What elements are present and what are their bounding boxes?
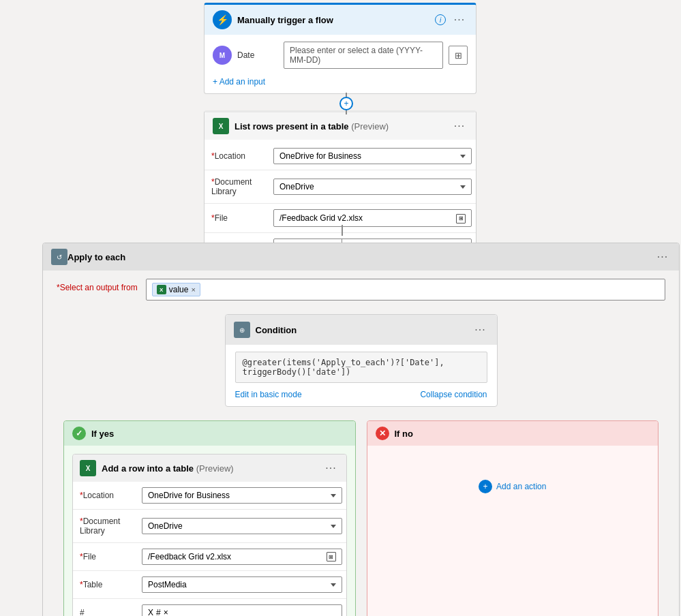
condition-title: Condition (256, 325, 467, 335)
add-row-table-row: *Table PostMedia (73, 571, 346, 599)
file-value[interactable]: /Feedback Grid v2.xlsx ⊞ (269, 206, 476, 230)
hash-tag-close[interactable]: × (164, 608, 168, 616)
condition-expression: @greater(items('Apply_to_each')?['Date']… (235, 352, 487, 383)
file-label: *File (205, 209, 269, 227)
add-row-doc-library-chevron (331, 525, 336, 528)
add-row-file-row: *File /Feedback Grid v2.xlsx ⊞ (73, 543, 346, 571)
excel-icon-add-row: X (80, 460, 96, 476)
apply-each-body: *Select an output from X value × ⊕ Condi… (43, 271, 679, 616)
if-yes-branch: ✓ If yes X Add a row into a table (Previ… (63, 420, 356, 616)
condition-menu[interactable]: ··· (472, 322, 489, 338)
select-output-row: *Select an output from X value × (57, 279, 665, 301)
add-action-icon: + (479, 480, 492, 493)
value-tag-close[interactable]: × (191, 286, 195, 294)
if-yes-body: X Add a row into a table (Preview) ··· (64, 446, 355, 616)
trigger-input-row: M Date Please enter or select a date (YY… (205, 37, 476, 73)
add-row-location-chevron (331, 494, 336, 497)
tag-input[interactable]: X value × (146, 279, 665, 301)
condition-card: ⊕ Condition ··· @greater(items('Apply_to… (225, 314, 498, 407)
info-icon[interactable]: i (435, 14, 446, 25)
file-icon: ⊞ (456, 214, 466, 224)
value-tag-icon: X (157, 285, 166, 294)
condition-icon: ⊕ (234, 322, 250, 338)
excel-icon-list: X (213, 118, 229, 134)
branches-row: ✓ If yes X Add a row into a table (Previ… (63, 420, 659, 616)
add-row-table-chevron (331, 583, 336, 587)
doc-library-chevron (460, 185, 466, 189)
value-tag: X value × (152, 283, 200, 296)
list-rows-menu[interactable]: ··· (451, 118, 468, 134)
doc-library-value[interactable]: OneDrive (269, 176, 476, 198)
add-row-location-label: *Location (73, 487, 138, 504)
if-yes-header: ✓ If yes (64, 421, 355, 446)
trigger-card-header: ⚡ Manually trigger a flow i ··· (205, 5, 476, 35)
trigger-card: ⚡ Manually trigger a flow i ··· M Date P… (204, 3, 476, 94)
trigger-card-menu[interactable]: ··· (451, 12, 468, 28)
add-row-header: X Add a row into a table (Preview) ··· (73, 455, 346, 482)
if-no-body: + Add an action (367, 446, 659, 507)
hash-input[interactable]: X # × (142, 604, 342, 616)
apply-each-icon: ↺ (51, 249, 67, 265)
file-browse-icon: ⊞ (456, 213, 466, 224)
doc-library-label: *Document Library (205, 173, 269, 200)
trigger-card-title: Manually trigger a flow (237, 15, 429, 25)
trigger-file-btn[interactable]: ⊞ (449, 46, 468, 65)
date-field-value[interactable]: Please enter or select a date (YYYY-MM-D… (284, 42, 443, 69)
location-value[interactable]: OneDrive for Business (269, 145, 476, 167)
add-row-doc-library-select[interactable]: OneDrive (142, 518, 342, 534)
date-type-icon: M (213, 46, 232, 65)
location-select[interactable]: OneDrive for Business (273, 148, 472, 164)
location-chevron (460, 155, 466, 158)
collapse-condition-button[interactable]: Collapse condition (420, 390, 487, 399)
file-input[interactable]: /Feedback Grid v2.xlsx ⊞ (273, 209, 472, 227)
add-row-card: X Add a row into a table (Preview) ··· (72, 454, 347, 616)
select-output-label: *Select an output from (57, 279, 138, 292)
add-row-table-select[interactable]: PostMedia (142, 576, 342, 593)
canvas: ⚡ Manually trigger a flow i ··· M Date P… (0, 0, 681, 616)
add-row-title: Add a row into a table (Preview) (102, 463, 318, 474)
condition-links: Edit in basic mode Collapse condition (235, 390, 487, 399)
edit-basic-mode-button[interactable]: Edit in basic mode (235, 390, 302, 399)
if-yes-icon: ✓ (72, 427, 86, 440)
doc-library-row: *Document Library OneDrive (205, 170, 476, 204)
if-no-icon: ✕ (376, 427, 389, 440)
add-row-location-select[interactable]: OneDrive for Business (142, 487, 342, 504)
add-step-button-1[interactable]: + (339, 97, 353, 110)
date-field-label: Date (237, 50, 278, 60)
apply-each-container: ↺ Apply to each ··· *Select an output fr… (42, 243, 680, 616)
list-rows-header: X List rows present in a table (Preview)… (205, 112, 476, 140)
if-no-header: ✕ If no (367, 421, 659, 446)
condition-header: ⊕ Condition ··· (226, 315, 497, 345)
add-row-file-label: *File (73, 548, 138, 566)
hash-row: # X # × (73, 599, 346, 616)
if-no-branch: ✕ If no + Add an action (367, 420, 659, 616)
doc-library-select[interactable]: OneDrive (273, 179, 472, 195)
hash-tag-icon: X (148, 608, 153, 616)
add-row-menu[interactable]: ··· (323, 460, 339, 476)
add-action-button[interactable]: + Add an action (376, 474, 650, 499)
add-row-doc-library-label: *Document Library (73, 512, 138, 540)
trigger-icon: ⚡ (213, 10, 232, 29)
add-row-file-input[interactable]: /Feedback Grid v2.xlsx ⊞ (142, 549, 342, 565)
add-row-location-row: *Location OneDrive for Business (73, 482, 346, 510)
list-rows-title: List rows present in a table (Preview) (234, 121, 446, 132)
connector-line-bottom (346, 110, 347, 114)
connector-line-2 (342, 225, 343, 236)
apply-each-menu[interactable]: ··· (654, 249, 671, 265)
location-label: *Location (205, 147, 269, 165)
add-row-doc-library-row: *Document Library OneDrive (73, 510, 346, 543)
apply-each-header: ↺ Apply to each ··· (43, 243, 679, 271)
add-input-button[interactable]: + Add an input (205, 73, 476, 91)
apply-each-title: Apply to each (67, 252, 654, 262)
add-row-file-icon: ⊞ (327, 552, 336, 561)
add-row-body: *Location OneDrive for Business (73, 482, 346, 616)
add-row-table-label: *Table (73, 576, 138, 594)
location-row: *Location OneDrive for Business (205, 142, 476, 170)
trigger-card-body: M Date Please enter or select a date (YY… (205, 35, 476, 93)
condition-body: @greater(items('Apply_to_each')?['Date']… (226, 345, 497, 406)
connector-1: + (339, 93, 353, 114)
hash-label: # (73, 604, 138, 616)
